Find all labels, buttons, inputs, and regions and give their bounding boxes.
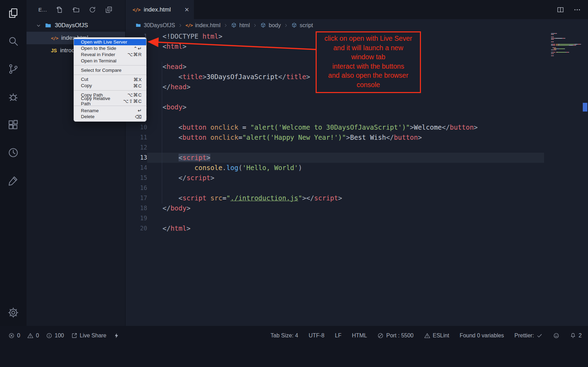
- tab-index-html[interactable]: </> index.html ×: [126, 0, 194, 19]
- code-line-text[interactable]: [147, 213, 544, 223]
- breadcrumb-label: html: [239, 22, 250, 29]
- status-eslint[interactable]: ESLint: [424, 332, 449, 339]
- status-eol[interactable]: LF: [335, 332, 341, 339]
- status-notifications-label: 2: [579, 332, 582, 339]
- status-eslint-label: ESLint: [433, 332, 449, 339]
- breadcrumb-item-index-html[interactable]: </>index.html: [186, 22, 220, 29]
- line-number: 15: [126, 173, 147, 183]
- chevron-right-icon: [178, 23, 183, 28]
- annotation-line: interact with the buttons: [319, 62, 418, 71]
- minimap-line: [551, 49, 582, 50]
- code-line-text[interactable]: </script>: [147, 173, 544, 183]
- status-language-mode[interactable]: HTML: [352, 332, 367, 339]
- status-live-server-port[interactable]: Port : 5500: [377, 332, 413, 339]
- code-line-text[interactable]: <script src="./introduction.js"></script…: [147, 193, 544, 203]
- split-editor-icon[interactable]: [557, 6, 564, 14]
- code-line-text[interactable]: <script>: [147, 153, 544, 163]
- menu-item-open-to-the-side[interactable]: Open to the Side⌃↵: [74, 45, 146, 52]
- code-line-text[interactable]: </body>: [147, 203, 544, 213]
- menu-item-copy-relative-path[interactable]: Copy Relative Path⌥⇧⌘C: [74, 98, 146, 104]
- code-line-text[interactable]: <body>: [147, 102, 544, 112]
- status-found-variables[interactable]: Found 0 variables: [460, 332, 504, 339]
- code-line-text[interactable]: <button onclick="alert('Happy New Year!'…: [147, 132, 544, 143]
- explorer-icon[interactable]: [5, 5, 22, 22]
- folder-icon: [45, 22, 52, 29]
- minimap-line: [551, 46, 582, 47]
- code-line-10: 10 <button onclick = "alert('Welcome to …: [126, 122, 588, 132]
- code-line-text[interactable]: [147, 143, 544, 153]
- status-errors[interactable]: 0: [8, 332, 20, 339]
- lightning-icon: [113, 332, 120, 339]
- breadcrumb-label: body: [269, 22, 281, 29]
- minimap[interactable]: [551, 33, 582, 57]
- code-line-text[interactable]: console.log('Hello, World'): [147, 163, 544, 173]
- source-control-icon[interactable]: [5, 61, 22, 77]
- refresh-icon[interactable]: [89, 6, 96, 14]
- collapse-all-icon[interactable]: [105, 6, 113, 14]
- breadcrumb-label: index.html: [195, 22, 220, 29]
- new-folder-icon[interactable]: [72, 6, 80, 14]
- menu-item-shortcut: ⌘X: [133, 77, 142, 82]
- code-line-9: 9: [126, 112, 588, 122]
- js-badge-icon: JS: [51, 48, 57, 53]
- cube-icon: [291, 22, 297, 28]
- code-tag-icon: </>: [51, 36, 58, 41]
- menu-item-cut[interactable]: Cut⌘X: [74, 76, 146, 83]
- code-line-text[interactable]: [147, 92, 544, 102]
- menu-item-label: Select for Compare: [81, 68, 142, 73]
- folder-row-30daysofjs[interactable]: 30DaysOfJS: [27, 19, 125, 32]
- status-live-share[interactable]: Live Share: [71, 332, 107, 339]
- status-warnings[interactable]: 0: [27, 332, 39, 339]
- breadcrumb-item-html[interactable]: html: [231, 22, 250, 29]
- status-feedback[interactable]: [553, 332, 559, 339]
- status-tab-size-label: Tab Size: 4: [271, 332, 298, 339]
- pen-icon[interactable]: [5, 172, 22, 189]
- history-icon[interactable]: [5, 144, 22, 161]
- breadcrumb-item-30daysofjs[interactable]: 30DaysOfJS: [135, 22, 175, 29]
- menu-item-label: Copy: [81, 83, 128, 88]
- status-language-mode-label: HTML: [352, 332, 367, 339]
- scrollbar-marker[interactable]: [583, 103, 587, 112]
- line-number: 18: [126, 203, 147, 213]
- menu-item-delete[interactable]: Delete⌫: [74, 114, 146, 120]
- status-power[interactable]: [113, 332, 120, 339]
- menu-item-rename[interactable]: Rename↵: [74, 107, 146, 114]
- debug-icon[interactable]: [5, 89, 22, 105]
- tab-close-icon[interactable]: ×: [184, 6, 189, 14]
- menu-item-reveal-in-finder[interactable]: Reveal in Finder⌥⌘R: [74, 52, 146, 58]
- sidebar-toolbar: [56, 6, 113, 14]
- slash-circle-icon: [377, 332, 384, 339]
- menu-item-copy[interactable]: Copy⌘C: [74, 83, 146, 89]
- menu-item-select-for-compare[interactable]: Select for Compare: [74, 67, 146, 73]
- code-line-text[interactable]: [147, 112, 544, 122]
- live-share-icon: [71, 332, 77, 339]
- minimap-line: [551, 48, 582, 49]
- extensions-icon[interactable]: [5, 116, 22, 133]
- annotation-line: click on open with Live Sever: [319, 34, 418, 43]
- status-encoding-label: UTF-8: [309, 332, 324, 339]
- breadcrumb-item-script[interactable]: script: [291, 22, 313, 29]
- settings-gear-icon[interactable]: [5, 304, 22, 321]
- minimap-line: [551, 52, 582, 53]
- status-eol-label: LF: [335, 332, 341, 339]
- breadcrumb-label: script: [300, 22, 313, 29]
- status-tab-size[interactable]: Tab Size: 4: [271, 332, 298, 339]
- code-line-text[interactable]: </html>: [147, 223, 544, 234]
- search-icon[interactable]: [5, 33, 22, 49]
- status-notifications[interactable]: 2: [570, 332, 582, 339]
- minimap-line: [551, 54, 582, 55]
- code-line-text[interactable]: <button onclick = "alert('Welcome to 30D…: [147, 122, 544, 132]
- status-live-server-port-label: Port : 5500: [386, 332, 413, 339]
- status-prettier[interactable]: Prettier:: [514, 332, 543, 339]
- menu-item-open-with-live-server[interactable]: Open with Live Server: [74, 39, 146, 45]
- menu-item-open-in-terminal[interactable]: Open in Terminal: [74, 58, 146, 64]
- code-line-14: 14 console.log('Hello, World'): [126, 163, 588, 173]
- code-line-text[interactable]: [147, 183, 544, 193]
- status-infos[interactable]: 100: [46, 332, 64, 339]
- minimap-line: [551, 33, 582, 34]
- status-encoding[interactable]: UTF-8: [309, 332, 324, 339]
- menu-item-label: Delete: [81, 114, 130, 119]
- new-file-icon[interactable]: [56, 6, 63, 14]
- more-actions-icon[interactable]: [573, 6, 581, 14]
- breadcrumb-item-body[interactable]: body: [260, 22, 281, 29]
